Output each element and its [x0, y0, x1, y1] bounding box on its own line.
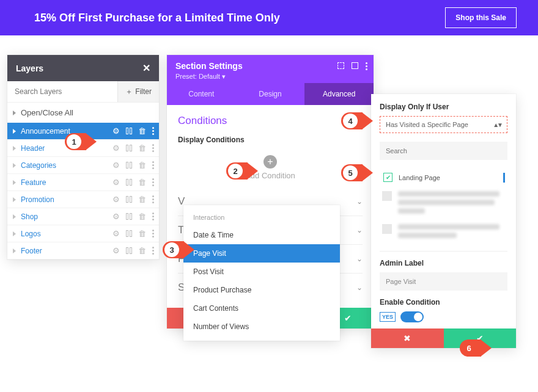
- shop-sale-button[interactable]: Shop this Sale: [445, 7, 517, 28]
- more-icon[interactable]: [152, 212, 154, 220]
- promo-text: 15% Off First Purchase for a Limited Tim…: [34, 12, 280, 24]
- more-icon[interactable]: [152, 195, 154, 203]
- condition-panel: Display Only If User Has Visited a Speci…: [371, 94, 516, 348]
- layers-panel: Layers ✕ ＋Filter Open/Close All Announce…: [7, 55, 159, 260]
- tab-advanced[interactable]: Advanced: [304, 83, 374, 105]
- page-row-landing[interactable]: ✔ Landing Page: [380, 167, 507, 187]
- trash-icon[interactable]: 🗑: [138, 229, 146, 238]
- more-icon[interactable]: [152, 144, 154, 152]
- layer-row-footer[interactable]: Footer ⚙🗑: [7, 242, 159, 260]
- expand-icon[interactable]: [352, 62, 358, 69]
- page-row-blurred: [380, 220, 507, 245]
- layer-label: Feature: [21, 178, 112, 187]
- page-row-blurred: [380, 187, 507, 220]
- callout-2: 2: [226, 162, 258, 180]
- layer-row-logos[interactable]: Logos ⚙🗑: [7, 225, 159, 242]
- callout-3: 3: [163, 241, 194, 258]
- search-layers-input[interactable]: [7, 81, 117, 102]
- layer-label: Footer: [21, 247, 112, 255]
- tabs: Content Design Advanced: [167, 83, 374, 105]
- tab-design[interactable]: Design: [236, 83, 305, 105]
- duplicate-icon[interactable]: [126, 179, 132, 186]
- chevron-down-icon: ⌄: [356, 255, 363, 263]
- callout-1: 1: [65, 133, 97, 150]
- dropdown-item-views[interactable]: Number of Views: [183, 318, 340, 336]
- page-label: Landing Page: [399, 174, 440, 181]
- chevron-down-icon: ⌄: [356, 283, 363, 292]
- chevron-down-icon: ⌄: [356, 226, 363, 234]
- duplicate-icon[interactable]: [126, 162, 132, 169]
- trash-icon[interactable]: 🗑: [138, 126, 146, 136]
- add-condition-label: Add Condition: [178, 171, 363, 180]
- gear-icon[interactable]: ⚙: [112, 246, 120, 255]
- gear-icon[interactable]: ⚙: [112, 126, 120, 136]
- section-header: Section Settings Preset: Default ▾: [167, 55, 374, 83]
- select-arrows-icon: ▲▼: [493, 122, 501, 128]
- admin-label: Admin Label: [380, 259, 507, 267]
- dropdown-item-datetime[interactable]: Date & Time: [183, 226, 340, 244]
- layer-row-feature[interactable]: Feature ⚙🗑: [7, 174, 159, 191]
- more-icon[interactable]: [152, 230, 154, 238]
- enable-label: Enable Condition: [380, 298, 507, 307]
- callout-4: 4: [341, 112, 373, 129]
- add-condition-button[interactable]: +: [263, 155, 277, 169]
- duplicate-icon[interactable]: [126, 230, 132, 237]
- more-icon[interactable]: [152, 178, 154, 186]
- duplicate-icon[interactable]: [126, 128, 132, 134]
- trash-icon[interactable]: 🗑: [138, 246, 146, 255]
- cancel-button[interactable]: ✖: [371, 328, 444, 348]
- checkbox-checked-icon[interactable]: ✔: [383, 173, 392, 182]
- layers-title: Layers: [16, 64, 43, 73]
- layer-row-shop[interactable]: Shop ⚙🗑: [7, 208, 159, 225]
- duplicate-icon[interactable]: [126, 247, 132, 254]
- gear-icon[interactable]: ⚙: [112, 212, 120, 221]
- layer-label: Shop: [21, 212, 112, 221]
- dropdown-item-pagevisit[interactable]: Page Visit: [183, 244, 340, 263]
- display-only-label: Display Only If User: [380, 103, 507, 111]
- trash-icon[interactable]: 🗑: [138, 178, 146, 187]
- dropdown-item-cart[interactable]: Cart Contents: [183, 299, 340, 318]
- layer-label: Logos: [21, 230, 112, 238]
- conditions-heading: Conditions: [178, 115, 363, 127]
- layer-label: Categories: [21, 161, 112, 170]
- layer-row-categories[interactable]: Categories ⚙🗑: [7, 157, 159, 174]
- condition-select[interactable]: Has Visited a Specific Page ▲▼: [380, 116, 507, 133]
- gear-icon[interactable]: ⚙: [112, 161, 120, 170]
- more-icon[interactable]: [366, 62, 367, 70]
- chevron-down-icon: ⌄: [356, 197, 363, 206]
- gear-icon[interactable]: ⚙: [112, 143, 120, 153]
- gear-icon[interactable]: ⚙: [112, 178, 120, 187]
- duplicate-icon[interactable]: [126, 145, 132, 151]
- focus-icon[interactable]: [337, 62, 344, 69]
- layer-label: Promotion: [21, 195, 112, 204]
- duplicate-icon[interactable]: [126, 213, 132, 220]
- trash-icon[interactable]: 🗑: [138, 161, 146, 170]
- gear-icon[interactable]: ⚙: [112, 195, 120, 204]
- open-close-all[interactable]: Open/Close All: [7, 103, 159, 123]
- trash-icon[interactable]: 🗑: [138, 212, 146, 221]
- enable-toggle[interactable]: [400, 311, 424, 322]
- page-search-input[interactable]: [380, 142, 507, 160]
- admin-label-input[interactable]: [380, 272, 507, 291]
- section-title: Section Settings: [175, 61, 365, 71]
- close-icon[interactable]: ✕: [142, 62, 150, 74]
- callout-5: 5: [341, 164, 373, 181]
- gear-icon[interactable]: ⚙: [112, 229, 120, 238]
- dropdown-heading: Interaction: [183, 211, 340, 226]
- tab-content[interactable]: Content: [167, 83, 236, 105]
- condition-actions: ✖ ✔: [371, 328, 516, 348]
- more-icon[interactable]: [152, 127, 154, 135]
- duplicate-icon[interactable]: [126, 196, 132, 203]
- trash-icon[interactable]: 🗑: [138, 195, 146, 204]
- dropdown-item-postvisit[interactable]: Post Visit: [183, 263, 340, 281]
- more-icon[interactable]: [152, 161, 154, 169]
- trash-icon[interactable]: 🗑: [138, 143, 146, 153]
- promo-banner: 15% Off First Purchase for a Limited Tim…: [0, 0, 538, 35]
- filter-button[interactable]: ＋Filter: [117, 81, 159, 102]
- more-icon[interactable]: [152, 247, 154, 255]
- drag-handle[interactable]: [503, 173, 505, 183]
- layer-row-promotion[interactable]: Promotion ⚙🗑: [7, 191, 159, 208]
- dropdown-item-product[interactable]: Product Purchase: [183, 281, 340, 299]
- interaction-dropdown: Interaction Date & Time Page Visit Post …: [183, 205, 340, 341]
- preset-dropdown[interactable]: Preset: Default ▾: [175, 73, 365, 81]
